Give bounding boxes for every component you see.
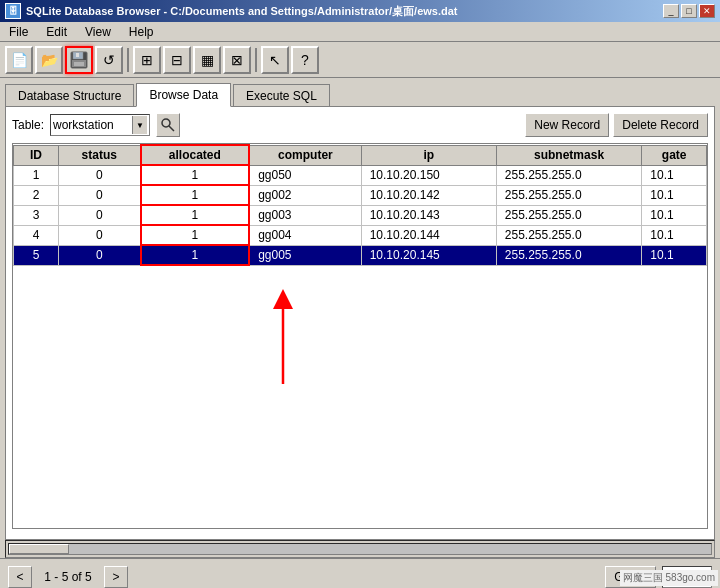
data-table-wrapper[interactable]: ID status allocated computer ip subnetma… (12, 143, 708, 529)
table-cell[interactable]: gg003 (249, 205, 361, 225)
table-view1-button[interactable]: ⊞ (133, 46, 161, 74)
table-cell[interactable]: 2 (14, 185, 59, 205)
table-cell[interactable]: 255.255.255.0 (496, 165, 641, 185)
table-cell[interactable]: 0 (59, 205, 141, 225)
table-row[interactable]: 401gg00410.10.20.144255.255.255.010.1 (14, 225, 707, 245)
table-view2-button[interactable]: ⊟ (163, 46, 191, 74)
select-arrow-icon[interactable]: ▼ (132, 116, 147, 134)
table-cell[interactable]: gg005 (249, 245, 361, 265)
help-button[interactable]: ? (291, 46, 319, 74)
menu-view[interactable]: View (81, 24, 115, 40)
horizontal-scrollbar[interactable] (5, 540, 715, 558)
save-file-button[interactable] (65, 46, 93, 74)
table-cell[interactable]: 0 (59, 245, 141, 265)
col-header-id[interactable]: ID (14, 145, 59, 165)
minimize-button[interactable]: _ (663, 4, 679, 18)
maximize-button[interactable]: □ (681, 4, 697, 18)
table-cell[interactable]: 10.10.20.144 (361, 225, 496, 245)
table-cell[interactable]: 10.10.20.142 (361, 185, 496, 205)
table-cell[interactable]: 1 (141, 205, 250, 225)
table-cell[interactable]: gg002 (249, 185, 361, 205)
table-row[interactable]: 101gg05010.10.20.150255.255.255.010.1 (14, 165, 707, 185)
title-bar: 🗄 SQLite Database Browser - C:/Documents… (0, 0, 720, 22)
watermark: 网魔三国 583go.com (620, 570, 718, 586)
table-cell[interactable]: gg050 (249, 165, 361, 185)
table-cell[interactable]: 10.1 (642, 185, 707, 205)
svg-line-6 (169, 126, 174, 131)
col-header-subnetmask[interactable]: subnetmask (496, 145, 641, 165)
svg-rect-2 (76, 53, 79, 57)
col-header-status[interactable]: status (59, 145, 141, 165)
col-header-allocated[interactable]: allocated (141, 145, 250, 165)
table-cell[interactable]: 10.10.20.145 (361, 245, 496, 265)
table-cell[interactable]: 10.1 (642, 165, 707, 185)
menu-bar: File Edit View Help (0, 22, 720, 42)
table-cell[interactable]: 10.10.20.150 (361, 165, 496, 185)
menu-help[interactable]: Help (125, 24, 158, 40)
table-cell[interactable]: 10.1 (642, 245, 707, 265)
window-title: SQLite Database Browser - C:/Documents a… (26, 4, 458, 19)
page-info: 1 - 5 of 5 (38, 570, 98, 584)
undo-button[interactable]: ↺ (95, 46, 123, 74)
open-file-button[interactable]: 📂 (35, 46, 63, 74)
data-table: ID status allocated computer ip subnetma… (13, 144, 707, 266)
next-page-button[interactable]: > (104, 566, 128, 588)
bottom-nav: < 1 - 5 of 5 > Go to: (0, 558, 720, 588)
window-controls: _ □ ✕ (663, 4, 715, 18)
table-cell[interactable]: gg004 (249, 225, 361, 245)
table-controls: Table: workstation ▼ New Record Delete R… (12, 113, 708, 137)
toolbar-sep-2 (255, 48, 257, 72)
table-cell[interactable]: 4 (14, 225, 59, 245)
tab-database-structure[interactable]: Database Structure (5, 84, 134, 107)
table-row[interactable]: 201gg00210.10.20.142255.255.255.010.1 (14, 185, 707, 205)
svg-rect-4 (74, 62, 84, 66)
menu-file[interactable]: File (5, 24, 32, 40)
menu-edit[interactable]: Edit (42, 24, 71, 40)
col-header-gate[interactable]: gate (642, 145, 707, 165)
table-cell[interactable]: 1 (141, 185, 250, 205)
table-view4-button[interactable]: ⊠ (223, 46, 251, 74)
table-cell[interactable]: 3 (14, 205, 59, 225)
tab-bar: Database Structure Browse Data Execute S… (0, 78, 720, 106)
tab-execute-sql[interactable]: Execute SQL (233, 84, 330, 107)
table-row[interactable]: 501gg00510.10.20.145255.255.255.010.1 (14, 245, 707, 265)
table-cell[interactable]: 1 (141, 165, 250, 185)
table-cell[interactable]: 255.255.255.0 (496, 205, 641, 225)
table-cell[interactable]: 5 (14, 245, 59, 265)
toolbar: 📄 📂 ↺ ⊞ ⊟ ▦ ⊠ ↖ ? (0, 42, 720, 78)
table-cell[interactable]: 255.255.255.0 (496, 245, 641, 265)
table-cell[interactable]: 1 (14, 165, 59, 185)
prev-page-button[interactable]: < (8, 566, 32, 588)
table-row[interactable]: 301gg00310.10.20.143255.255.255.010.1 (14, 205, 707, 225)
table-cell[interactable]: 1 (141, 245, 250, 265)
new-record-button[interactable]: New Record (525, 113, 609, 137)
delete-record-button[interactable]: Delete Record (613, 113, 708, 137)
table-cell[interactable]: 1 (141, 225, 250, 245)
scrollbar-track[interactable] (8, 543, 712, 555)
main-content: Table: workstation ▼ New Record Delete R… (5, 106, 715, 540)
table-label: Table: (12, 118, 44, 132)
table-view3-button[interactable]: ▦ (193, 46, 221, 74)
table-select-value: workstation (53, 118, 132, 132)
select-tool-button[interactable]: ↖ (261, 46, 289, 74)
table-cell[interactable]: 10.1 (642, 205, 707, 225)
table-cell[interactable]: 0 (59, 165, 141, 185)
close-button[interactable]: ✕ (699, 4, 715, 18)
toolbar-sep-1 (127, 48, 129, 72)
table-cell[interactable]: 10.1 (642, 225, 707, 245)
app-icon: 🗄 (5, 3, 21, 19)
table-cell[interactable]: 0 (59, 185, 141, 205)
search-button[interactable] (156, 113, 180, 137)
table-cell[interactable]: 10.10.20.143 (361, 205, 496, 225)
new-file-button[interactable]: 📄 (5, 46, 33, 74)
tab-browse-data[interactable]: Browse Data (136, 83, 231, 107)
table-cell[interactable]: 255.255.255.0 (496, 185, 641, 205)
svg-point-5 (162, 119, 170, 127)
table-cell[interactable]: 255.255.255.0 (496, 225, 641, 245)
scrollbar-thumb[interactable] (9, 544, 69, 554)
col-header-ip[interactable]: ip (361, 145, 496, 165)
table-selector[interactable]: workstation ▼ (50, 114, 150, 136)
table-cell[interactable]: 0 (59, 225, 141, 245)
col-header-computer[interactable]: computer (249, 145, 361, 165)
